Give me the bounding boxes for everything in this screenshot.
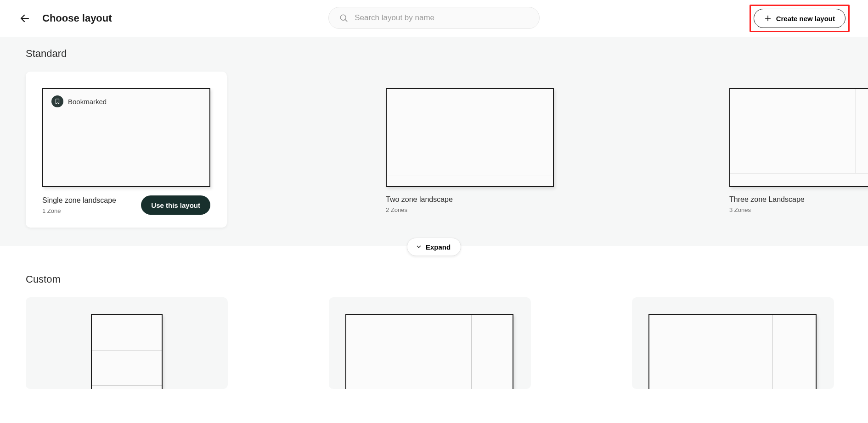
layout-preview: [729, 88, 868, 187]
layout-preview: [386, 88, 554, 187]
card-meta: Three zone Landscape 3 Zones: [729, 195, 805, 213]
layout-card-custom-1[interactable]: [26, 297, 228, 389]
create-layout-label: Create new layout: [776, 15, 835, 22]
bookmark-label: Bookmarked: [68, 98, 107, 106]
svg-line-2: [345, 20, 347, 22]
layout-card-three-zone[interactable]: Three zone Landscape 3 Zones: [713, 72, 868, 228]
custom-card-row: [26, 297, 842, 389]
card-footer: Two zone landscape 2 Zones: [386, 195, 554, 213]
zone-divider: [387, 176, 553, 176]
create-layout-highlight: Create new layout: [750, 5, 850, 32]
chevron-down-icon: [416, 244, 422, 250]
expand-button[interactable]: Expand: [407, 238, 461, 256]
zone-divider: [92, 385, 162, 386]
layout-card-single-zone[interactable]: Bookmarked Single zone landscape 1 Zone …: [26, 72, 227, 228]
layout-zones: 2 Zones: [386, 206, 453, 213]
custom-section-title: Custom: [26, 273, 842, 285]
back-button[interactable]: [18, 12, 31, 25]
layout-name: Two zone landscape: [386, 195, 453, 204]
bookmark-icon: [51, 95, 63, 107]
zone-divider: [772, 315, 773, 389]
layout-card-custom-3[interactable]: [632, 297, 834, 389]
page-title: Choose layout: [42, 12, 112, 24]
layout-preview: Bookmarked: [42, 88, 210, 187]
layout-zones: 3 Zones: [729, 206, 805, 213]
plus-icon: [764, 15, 772, 22]
layout-name: Single zone landscape: [42, 196, 116, 205]
layout-preview: [345, 314, 513, 389]
search-field[interactable]: [328, 7, 540, 29]
layout-preview: [648, 314, 817, 389]
layout-card-two-zone[interactable]: Two zone landscape 2 Zones: [369, 72, 570, 228]
standard-card-row: Bookmarked Single zone landscape 1 Zone …: [26, 72, 842, 228]
search-input[interactable]: [355, 13, 529, 22]
zone-divider: [92, 351, 162, 351]
zone-divider: [730, 173, 868, 173]
search-icon: [339, 13, 348, 23]
card-meta: Single zone landscape 1 Zone: [42, 196, 116, 214]
header: Choose layout Create new layout: [0, 0, 868, 37]
arrow-left-icon: [19, 13, 30, 24]
layout-name: Three zone Landscape: [729, 195, 805, 204]
expand-label: Expand: [426, 243, 451, 251]
layout-zones: 1 Zone: [42, 207, 116, 214]
standard-section-title: Standard: [26, 48, 842, 60]
bookmark-badge: Bookmarked: [51, 95, 107, 107]
layout-preview: [91, 314, 163, 389]
standard-section: Standard Bookmarked Single zone landscap…: [0, 37, 868, 246]
card-meta: Two zone landscape 2 Zones: [386, 195, 453, 213]
card-footer: Single zone landscape 1 Zone Use this la…: [42, 195, 210, 215]
use-layout-button[interactable]: Use this layout: [141, 195, 210, 215]
zone-divider: [471, 315, 472, 389]
card-footer: Three zone Landscape 3 Zones: [729, 195, 868, 213]
layout-card-custom-2[interactable]: [329, 297, 531, 389]
create-layout-button[interactable]: Create new layout: [754, 9, 845, 28]
zone-divider: [856, 89, 856, 173]
custom-section: Custom: [0, 246, 868, 389]
search-container: [328, 7, 540, 29]
